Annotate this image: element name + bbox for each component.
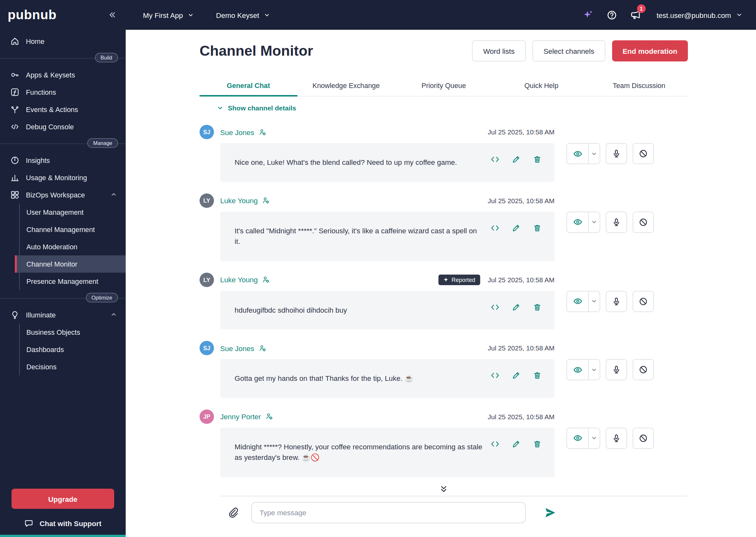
member-settings-icon[interactable] [262, 196, 271, 205]
chevron-down-icon[interactable] [588, 428, 600, 448]
mute-user-button[interactable] [606, 212, 627, 233]
sidebar-item-apps-keysets[interactable]: Apps & Keysets [0, 66, 126, 84]
eye-icon[interactable] [567, 291, 588, 311]
ai-sparkle-icon[interactable] [582, 9, 594, 21]
eye-icon[interactable] [567, 360, 588, 380]
user-menu[interactable]: test.user@pubnub.com [657, 11, 742, 19]
app-selector[interactable]: My First App [143, 11, 194, 19]
delete-icon[interactable] [532, 371, 542, 380]
sidebar-item-auto-moderation[interactable]: Auto Moderation [20, 238, 126, 255]
key-icon [10, 70, 20, 80]
mute-user-button[interactable] [606, 428, 627, 449]
message-author[interactable]: Sue Jones [220, 128, 254, 136]
chevron-down-icon[interactable] [588, 291, 600, 311]
sidebar-item-channel-monitor[interactable]: Channel Monitor [15, 255, 126, 273]
ban-user-button[interactable] [633, 359, 654, 380]
eye-icon[interactable] [567, 428, 588, 448]
tab-knowledge-exchange[interactable]: Knowledge Exchange [297, 76, 395, 96]
sidebar-item-home[interactable]: Home [0, 33, 126, 50]
sidebar-item-insights[interactable]: Insights [0, 152, 126, 169]
end-moderation-button[interactable]: End moderation [612, 40, 688, 62]
help-icon[interactable] [606, 9, 618, 21]
tab-general-chat[interactable]: General Chat [200, 76, 297, 96]
sidebar-item-channel-management[interactable]: Channel Management [20, 221, 126, 238]
sidebar-item-business-objects[interactable]: Business Objects [20, 323, 126, 341]
sidebar-item-user-management[interactable]: User Management [20, 204, 126, 221]
edit-icon[interactable] [511, 371, 521, 380]
ban-icon [639, 433, 648, 443]
upgrade-button[interactable]: Upgrade [12, 489, 114, 509]
chevron-up-icon[interactable] [110, 311, 117, 319]
ban-user-button[interactable] [633, 428, 654, 449]
sidebar-item-presence-management[interactable]: Presence Management [20, 273, 126, 290]
section-pill-optimize: Optimize [86, 293, 118, 303]
select-channels-button[interactable]: Select channels [532, 40, 605, 62]
message-author[interactable]: Sue Jones [220, 344, 254, 352]
sidebar-item-illuminate[interactable]: Illuminate [0, 306, 126, 323]
mute-user-button[interactable] [606, 359, 627, 380]
message-author[interactable]: Jenny Porter [220, 413, 261, 421]
member-settings-icon[interactable] [258, 344, 267, 352]
send-icon[interactable] [544, 506, 556, 519]
sidebar-item-events-actions[interactable]: Events & Actions [0, 101, 126, 118]
sidebar-item-usage-monitoring[interactable]: Usage & Monitoring [0, 169, 126, 186]
edit-icon[interactable] [511, 439, 521, 449]
view-source-icon[interactable] [490, 302, 500, 312]
sidebar-bottom-strip [0, 535, 126, 537]
edit-icon[interactable] [511, 223, 521, 233]
sidebar-item-label: BizOps Workspace [26, 191, 85, 199]
ban-user-button[interactable] [633, 143, 654, 164]
sidebar-collapse-icon[interactable] [107, 11, 116, 19]
show-channel-details-toggle[interactable]: Show channel details [217, 104, 296, 112]
message-author[interactable]: Luke Young [220, 196, 258, 205]
home-icon [10, 36, 20, 46]
edit-icon[interactable] [511, 302, 521, 312]
visibility-split-button [567, 428, 600, 449]
message-author[interactable]: Luke Young [220, 275, 258, 284]
ban-user-button[interactable] [633, 291, 654, 312]
message-text: Nice one, Luke! What's the blend called?… [235, 158, 457, 166]
chevron-down-icon[interactable] [588, 144, 600, 164]
member-settings-icon[interactable] [262, 275, 271, 284]
ban-user-button[interactable] [633, 212, 654, 233]
sidebar-item-debug-console[interactable]: Debug Console [0, 118, 126, 135]
delete-icon[interactable] [532, 223, 542, 233]
word-lists-button[interactable]: Word lists [472, 40, 526, 62]
tab-team-discussion[interactable]: Team Discussion [590, 76, 688, 96]
view-source-icon[interactable] [490, 154, 500, 164]
sidebar-item-label: Usage & Monitoring [26, 174, 87, 182]
tab-quick-help[interactable]: Quick Help [492, 76, 590, 96]
sidebar-item-label: Insights [26, 156, 50, 164]
delete-icon[interactable] [532, 302, 542, 312]
member-settings-icon[interactable] [265, 413, 274, 421]
member-settings-icon[interactable] [258, 128, 267, 136]
chat-bubble-icon [24, 518, 34, 528]
eye-icon[interactable] [567, 212, 588, 232]
grid-icon [10, 190, 20, 200]
view-source-icon[interactable] [490, 371, 500, 380]
mute-user-button[interactable] [606, 143, 627, 164]
announcements-icon[interactable]: 1 [630, 9, 641, 21]
chevron-down-icon[interactable] [588, 360, 600, 380]
edit-icon[interactable] [511, 154, 521, 164]
delete-icon[interactable] [532, 439, 542, 449]
view-source-icon[interactable] [490, 223, 500, 233]
message-card: hdufeugifbdc sdhoihoi dihdocih buy [220, 291, 555, 329]
sidebar-item-bizops-workspace[interactable]: BizOps Workspace [0, 186, 126, 204]
sidebar-item-functions[interactable]: Functions [0, 84, 126, 101]
message-text: hdufeugifbdc sdhoihoi dihdocih buy [235, 306, 347, 314]
sidebar-item-decisions[interactable]: Decisions [20, 358, 126, 375]
eye-icon[interactable] [567, 144, 588, 164]
chevron-down-icon[interactable] [588, 212, 600, 232]
chat-with-support-button[interactable]: Chat with Support [12, 509, 114, 535]
tab-priority-queue[interactable]: Priority Queue [395, 76, 492, 96]
mute-user-button[interactable] [606, 291, 627, 312]
attachment-icon[interactable] [227, 507, 239, 518]
keyset-selector[interactable]: Demo Keyset [216, 11, 271, 19]
chevron-up-icon[interactable] [110, 191, 117, 199]
delete-icon[interactable] [532, 154, 542, 164]
view-source-icon[interactable] [490, 439, 500, 449]
sidebar-item-dashboards[interactable]: Dashboards [20, 341, 126, 358]
load-more-chevron-icon[interactable] [200, 484, 688, 493]
message-input[interactable] [251, 502, 526, 523]
